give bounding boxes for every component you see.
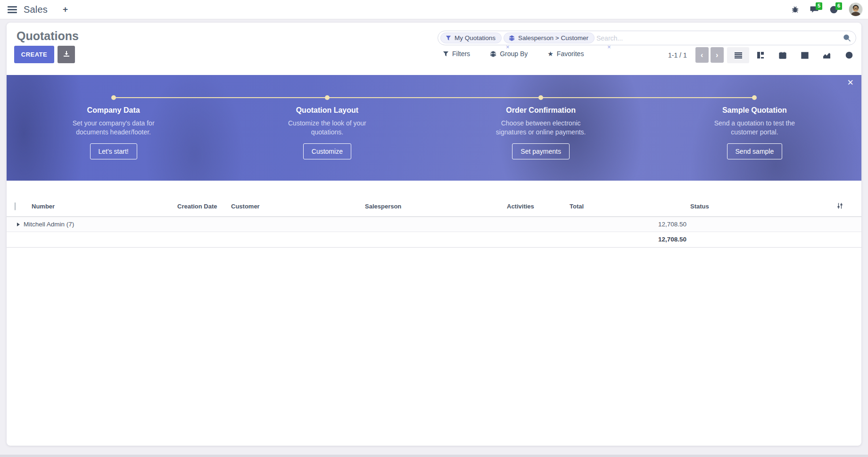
search-facet-my-quotations[interactable]: My Quotations — [440, 33, 502, 43]
export-button[interactable] — [58, 46, 75, 63]
navbar-left: Sales + — [8, 4, 68, 15]
content-card: Quotations My Quotations Salespe — [7, 23, 861, 446]
customize-button[interactable]: Customize — [303, 143, 351, 159]
footer-total: 12,708.50 — [568, 232, 688, 247]
onboarding-steps: Company Data Set your company's data for… — [7, 106, 861, 159]
messages-button[interactable]: 5 — [810, 6, 818, 13]
step-description: Send a quotation to test the customer po… — [704, 119, 805, 137]
column-header-customer[interactable]: Customer — [229, 197, 363, 216]
facet-label: Salesperson > Customer — [518, 34, 588, 42]
activity-view-icon[interactable] — [838, 47, 860, 63]
facet-remove-icon[interactable]: × — [607, 43, 611, 50]
plus-icon[interactable]: + — [63, 4, 68, 15]
onboarding-banner: × Company Data Set your company's data f… — [7, 75, 861, 181]
onboarding-step-order-confirmation: Order Confirmation Choose between electr… — [434, 106, 648, 159]
apps-menu-icon[interactable] — [8, 6, 17, 13]
download-icon — [63, 50, 70, 58]
column-header-status[interactable]: Status — [688, 197, 835, 216]
activities-button[interactable]: 6 — [830, 6, 838, 14]
odoo-sales-screen: Sales + 5 6 — [0, 0, 868, 457]
favorites-menu[interactable]: ★ Favorites — [547, 50, 584, 58]
step-title: Company Data — [87, 106, 140, 115]
step-title: Quotation Layout — [296, 106, 358, 115]
column-header-number[interactable]: Number — [30, 197, 175, 216]
search-menus: Filters Group By ★ Favorites — [443, 50, 584, 58]
search-facet-groupby[interactable]: Salesperson > Customer — [504, 33, 595, 43]
list-view-icon[interactable] — [727, 47, 749, 63]
kanban-view-icon[interactable] — [749, 47, 771, 63]
facet-remove-icon[interactable]: × — [506, 43, 510, 50]
group-by-label: Group By — [500, 50, 528, 58]
filters-label: Filters — [452, 50, 470, 58]
onboarding-step-company-data: Company Data Set your company's data for… — [7, 106, 220, 159]
group-total: 12,708.50 — [568, 216, 688, 232]
step-description: Set your company's data for documents he… — [63, 119, 164, 137]
search-input[interactable] — [596, 34, 843, 42]
activities-badge: 6 — [835, 2, 842, 10]
step-description: Customize the look of your quotations. — [276, 119, 378, 137]
page-title: Quotations — [17, 29, 79, 43]
user-avatar[interactable] — [849, 3, 862, 16]
search-icon[interactable] — [843, 34, 851, 42]
pivot-view-icon[interactable] — [794, 47, 816, 63]
favorites-label: Favorites — [557, 50, 584, 58]
navbar-right: 5 6 — [792, 3, 862, 16]
layers-icon — [509, 35, 515, 41]
search-bar: My Quotations Salesperson > Customer — [438, 31, 856, 45]
facet-label: My Quotations — [455, 34, 496, 42]
column-header-activities[interactable]: Activities — [505, 197, 568, 216]
pager-value: 1-1 / 1 — [668, 51, 687, 59]
step-title: Order Confirmation — [506, 106, 576, 115]
step-description: Choose between electronic signatures or … — [490, 119, 592, 137]
timeline-dot — [538, 95, 543, 100]
group-label: Mitchell Admin (7) — [24, 221, 74, 228]
sliders-icon[interactable] — [836, 204, 843, 211]
select-all-cell — [7, 197, 30, 216]
lets-start-button[interactable]: Let's start! — [90, 143, 137, 159]
step-title: Sample Quotation — [722, 106, 787, 115]
column-header-creation-date[interactable]: Creation Date — [175, 197, 229, 216]
select-all-checkbox[interactable] — [15, 202, 16, 210]
list-header-row: Number Creation Date Customer Salesperso… — [7, 197, 861, 216]
timeline-dot — [752, 95, 757, 100]
onboarding-timeline — [114, 97, 755, 98]
star-icon: ★ — [547, 50, 554, 57]
column-header-salesperson[interactable]: Salesperson — [363, 197, 505, 216]
app-name-menu[interactable]: Sales — [24, 4, 48, 15]
set-payments-button[interactable]: Set payments — [512, 143, 570, 159]
messages-badge: 5 — [816, 2, 822, 10]
pager-next-button[interactable]: › — [711, 47, 724, 63]
quotations-list: Number Creation Date Customer Salesperso… — [7, 197, 861, 248]
window-bottom-edge — [0, 455, 868, 457]
pager-previous-button[interactable]: ‹ — [695, 47, 709, 63]
layers-icon — [490, 50, 496, 57]
graph-view-icon[interactable] — [816, 47, 838, 63]
pager: 1-1 / 1 ‹ › — [668, 47, 724, 63]
filter-icon — [446, 35, 451, 41]
send-sample-button[interactable]: Send sample — [727, 143, 783, 159]
filters-menu[interactable]: Filters — [443, 50, 470, 58]
column-header-total[interactable]: Total — [568, 197, 688, 216]
calendar-view-icon[interactable] — [771, 47, 794, 63]
onboarding-step-sample-quotation: Sample Quotation Send a quotation to tes… — [648, 106, 861, 159]
caret-right-icon — [17, 223, 20, 226]
top-navbar: Sales + 5 6 — [0, 0, 868, 19]
onboarding-step-quotation-layout: Quotation Layout Customize the look of y… — [220, 106, 434, 159]
list-footer-row: 12,708.50 — [7, 232, 861, 247]
filter-icon — [443, 51, 449, 57]
optional-columns-cell — [835, 197, 861, 216]
timeline-dot — [111, 95, 116, 100]
bug-icon[interactable] — [792, 6, 799, 13]
timeline-dot — [325, 95, 330, 100]
view-switcher — [727, 47, 860, 63]
group-by-menu[interactable]: Group By — [490, 50, 528, 58]
group-row-mitchell-admin[interactable]: Mitchell Admin (7) 12,708.50 — [7, 216, 861, 232]
close-icon[interactable]: × — [847, 77, 853, 88]
create-button[interactable]: CREATE — [14, 46, 54, 63]
